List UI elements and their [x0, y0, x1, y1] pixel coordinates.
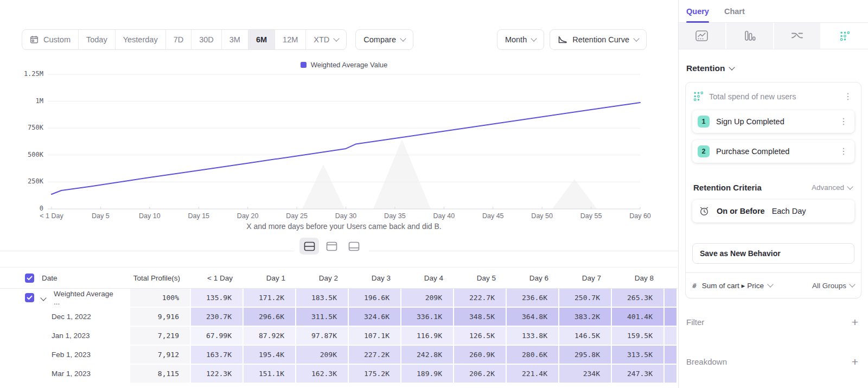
retention-value-cell[interactable]: 196.6K [349, 289, 401, 308]
table-layout-bottom-button[interactable] [344, 238, 363, 255]
retention-value-cell[interactable]: 401.4K [612, 308, 665, 327]
retention-report-app: CustomTodayYesterday7D30D3M6M12MXTD Comp… [0, 0, 868, 388]
retention-value-cell[interactable]: 313.5K [612, 346, 665, 365]
retention-value-cell[interactable]: 364.8K [507, 308, 559, 327]
x-axis-tick: Day 30 [335, 212, 357, 220]
range-option-label: 7D [174, 35, 184, 44]
measure-property-dropdown[interactable]: Sum of cart ▸ Price [702, 281, 773, 290]
retention-value-cell[interactable]: 295.8K [559, 346, 612, 365]
retention-value-cell[interactable]: 209K [401, 289, 454, 308]
table-header-cell: Day 2 [296, 268, 349, 288]
retention-value-cell[interactable]: 242.8K [401, 346, 454, 365]
retention-value-cell[interactable]: 126.5K [454, 327, 507, 346]
range-option-custom[interactable]: Custom [22, 30, 78, 49]
retention-when-card[interactable]: On or Before Each Day [692, 200, 854, 222]
report-type-tab-retention-dots[interactable] [821, 23, 868, 49]
retention-value-cell[interactable]: 230.7K [191, 308, 244, 327]
retention-value-cell[interactable]: 383.2K [559, 308, 612, 327]
table-header-cell: Day 1 [244, 268, 296, 288]
retention-value-cell[interactable]: 67.99K [191, 327, 244, 346]
retention-value-cell[interactable]: 133.8K [507, 327, 559, 346]
granularity-button[interactable]: Month [497, 29, 544, 50]
retention-value-cell[interactable]: 209K [296, 346, 349, 365]
table-row-date[interactable]: Feb 1, 2023 [0, 346, 130, 365]
kebab-menu-icon[interactable]: ⋮ [838, 117, 849, 126]
retention-value-cell[interactable]: 227.2K [349, 346, 401, 365]
retention-value-cell[interactable]: 171.2K [244, 289, 296, 308]
retention-value-cell[interactable]: 348.5K [454, 308, 507, 327]
advanced-dropdown[interactable]: Advanced [812, 183, 852, 192]
retention-value-cell[interactable]: 189.9K [401, 365, 454, 384]
table-row-date[interactable]: Jan 1, 2023 [0, 327, 130, 346]
tab-query[interactable]: Query [686, 0, 709, 23]
compare-button[interactable]: Compare [355, 29, 413, 50]
retention-value-cell[interactable]: 159.5K [612, 327, 665, 346]
x-axis-tick: Day 45 [482, 212, 504, 220]
range-option-7d[interactable]: 7D [165, 30, 192, 49]
retention-value-cell[interactable]: 265.3K [612, 289, 665, 308]
behavior-step[interactable]: 1Sign Up Completed⋮ [692, 110, 854, 133]
table-header-cell: Day 8 [612, 268, 665, 288]
range-option-today[interactable]: Today [78, 30, 115, 49]
retention-criteria-title: Retention Criteria [693, 183, 762, 192]
range-option-3m[interactable]: 3M [221, 30, 248, 49]
save-as-new-behavior-button[interactable]: Save as New Behavior [692, 243, 854, 264]
kebab-menu-icon[interactable]: ⋮ [838, 147, 849, 156]
retention-value-cell[interactable]: 296.6K [244, 308, 296, 327]
report-type-tab-flows[interactable] [774, 23, 822, 49]
retention-value-cell[interactable]: 175.2K [349, 365, 401, 384]
retention-value-cell[interactable]: 250.7K [559, 289, 612, 308]
retention-value-cell[interactable]: 260.9K [454, 346, 507, 365]
retention-value-cell[interactable]: 87.92K [244, 327, 296, 346]
table-layout-top-button[interactable] [322, 238, 341, 255]
table-row-date[interactable]: Dec 1, 2022 [0, 308, 130, 327]
all-groups-dropdown[interactable]: All Groups [812, 282, 854, 290]
retention-value-cell[interactable]: 236.6K [507, 289, 559, 308]
retention-value-cell[interactable]: 135.9K [191, 289, 244, 308]
tab-chart[interactable]: Chart [724, 0, 745, 23]
range-option-30d[interactable]: 30D [191, 30, 221, 49]
add-filter-button[interactable]: + [852, 316, 858, 328]
behavior-steps: 1Sign Up Completed⋮2Purchase Completed⋮ [692, 110, 854, 163]
report-type-tab-funnel-bars[interactable] [726, 23, 774, 49]
retention-value-cell[interactable]: 336.1K [401, 308, 454, 327]
retention-value-cell[interactable]: 183.5K [296, 289, 349, 308]
retention-value-cell[interactable]: 146.5K [559, 327, 612, 346]
retention-value-cell[interactable]: 151.1K [244, 365, 296, 384]
retention-value-cell[interactable]: 195.4K [244, 346, 296, 365]
retention-value-cell[interactable]: 107.1K [349, 327, 401, 346]
row-checkbox[interactable] [25, 293, 34, 302]
retention-value-cell[interactable]: 206.2K [454, 365, 507, 384]
select-all-checkbox[interactable] [25, 273, 34, 283]
range-option-yesterday[interactable]: Yesterday [115, 30, 165, 49]
range-option-xtd[interactable]: XTD [305, 30, 346, 49]
retention-section-header[interactable]: Retention [679, 49, 868, 81]
retention-value-cell[interactable]: 122.3K [191, 365, 244, 384]
table-layout-top-icon [326, 241, 337, 251]
kebab-menu-icon[interactable]: ⋮ [843, 92, 853, 101]
retention-value-cell[interactable]: 247.3K [612, 365, 665, 384]
range-option-6m[interactable]: 6M [248, 30, 275, 49]
report-type-tab-insights-chart[interactable] [679, 23, 726, 49]
retention-value-cell[interactable]: 97.87K [296, 327, 349, 346]
expand-row-icon [40, 295, 46, 301]
table-layout-split-button[interactable] [299, 238, 319, 255]
range-option-12m[interactable]: 12M [275, 30, 305, 49]
table-row-date[interactable]: Mar 1, 2023 [0, 365, 130, 384]
retention-value-cell[interactable]: 221.4K [507, 365, 559, 384]
retention-value-cell[interactable]: 324.6K [349, 308, 401, 327]
retention-value-cell[interactable]: 234K [559, 365, 612, 384]
table-row-date[interactable]: Weighted Average ... [0, 289, 130, 308]
total-profiles-cell: 100% [130, 289, 191, 308]
retention-value-cell[interactable]: 162.3K [296, 365, 349, 384]
retention-value-cell[interactable]: 311.5K [296, 308, 349, 327]
retention-value-cell[interactable]: 116.9K [401, 327, 454, 346]
retention-value-cell[interactable]: 222.7K [454, 289, 507, 308]
chart-type-button[interactable]: Retention Curve [550, 29, 647, 50]
retention-value-cell[interactable]: 280.6K [507, 346, 559, 365]
add-breakdown-button[interactable]: + [852, 356, 858, 367]
retention-value-cell[interactable]: 163.7K [191, 346, 244, 365]
range-option-label: Custom [43, 35, 71, 44]
behavior-step[interactable]: 2Purchase Completed⋮ [692, 140, 854, 163]
retention-value-cell-clipped [665, 346, 678, 365]
